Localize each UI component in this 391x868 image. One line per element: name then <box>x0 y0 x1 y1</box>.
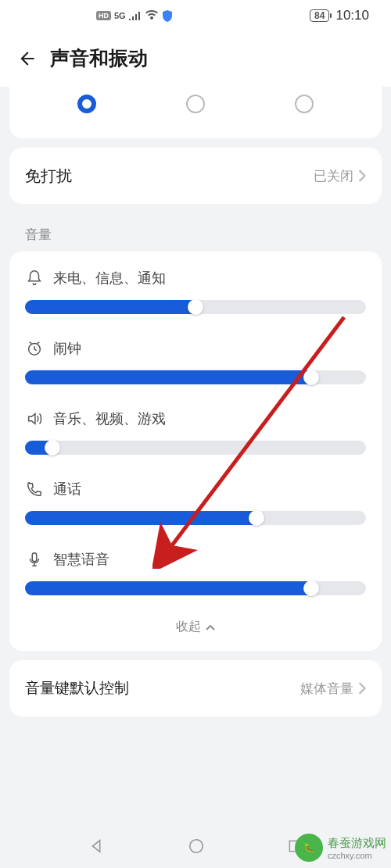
volume-card: 来电、信息、通知 闹钟 音乐、视频、游戏 通话 <box>9 252 382 651</box>
nav-back-icon[interactable] <box>88 838 106 855</box>
collapse-label: 收起 <box>176 619 201 635</box>
default-control-row[interactable]: 音量键默认控制 媒体音量 <box>25 660 366 716</box>
nav-home-icon[interactable] <box>188 838 205 855</box>
volume-slider-media[interactable] <box>25 441 366 455</box>
radio-icon <box>295 95 314 113</box>
clock: 10:10 <box>335 8 369 23</box>
radio-icon <box>186 95 205 113</box>
watermark: 🐛 春蚕游戏网 czchxy.com <box>295 834 386 862</box>
sound-mode-card <box>9 85 382 138</box>
hd-icon: HD <box>96 11 111 20</box>
svg-point-3 <box>190 840 203 853</box>
chevron-up-icon <box>206 624 215 630</box>
sound-mode-vibrate[interactable] <box>186 95 205 113</box>
volume-label: 来电、信息、通知 <box>53 269 166 288</box>
mic-icon <box>25 551 44 568</box>
volume-item-call: 通话 <box>25 466 366 536</box>
volume-item-alarm: 闹钟 <box>25 325 366 395</box>
dnd-card: 免打扰 已关闭 <box>9 148 382 204</box>
watermark-logo-icon: 🐛 <box>295 834 323 862</box>
signal-icon <box>129 11 142 20</box>
volume-label: 闹钟 <box>53 339 81 358</box>
chevron-right-icon <box>358 682 366 695</box>
bell-icon <box>25 270 44 287</box>
volume-slider-call[interactable] <box>25 511 366 525</box>
dnd-row[interactable]: 免打扰 已关闭 <box>25 148 366 204</box>
volume-item-ring: 来电、信息、通知 <box>25 255 366 325</box>
watermark-site: czchxy.com <box>328 851 386 860</box>
shield-icon <box>162 10 173 22</box>
wifi-icon <box>145 10 159 21</box>
default-control-card: 音量键默认控制 媒体音量 <box>9 660 382 716</box>
volume-label: 通话 <box>53 480 81 498</box>
volume-section-label: 音量 <box>0 213 391 252</box>
volume-item-voice: 智慧语音 <box>25 536 366 606</box>
volume-slider-voice[interactable] <box>25 581 366 595</box>
default-control-value: 媒体音量 <box>300 680 353 698</box>
collapse-button[interactable]: 收起 <box>25 606 366 651</box>
page-title: 声音和振动 <box>50 45 148 71</box>
sound-mode-ring[interactable] <box>77 95 96 113</box>
volume-slider-alarm[interactable] <box>25 370 366 384</box>
speaker-icon <box>25 410 44 427</box>
back-arrow-icon[interactable] <box>17 48 38 69</box>
dnd-status: 已关闭 <box>314 167 353 185</box>
radio-selected-icon <box>77 95 96 113</box>
default-control-label: 音量键默认控制 <box>25 678 129 698</box>
sound-mode-silent[interactable] <box>295 95 314 113</box>
chevron-right-icon <box>358 170 366 182</box>
volume-label: 智慧语音 <box>53 550 109 569</box>
network-type: 5G <box>114 11 126 20</box>
volume-label: 音乐、视频、游戏 <box>53 409 166 428</box>
volume-item-media: 音乐、视频、游戏 <box>25 395 366 466</box>
status-bar: HD 5G 84 10:10 <box>0 0 391 31</box>
phone-icon <box>25 480 44 498</box>
volume-slider-ring[interactable] <box>25 300 366 314</box>
svg-rect-1 <box>32 553 37 562</box>
watermark-name: 春蚕游戏网 <box>328 836 386 851</box>
page-header: 声音和振动 <box>0 31 391 87</box>
clock-icon <box>25 340 44 357</box>
dnd-label: 免打扰 <box>25 166 72 187</box>
battery-level: 84 <box>310 9 329 22</box>
